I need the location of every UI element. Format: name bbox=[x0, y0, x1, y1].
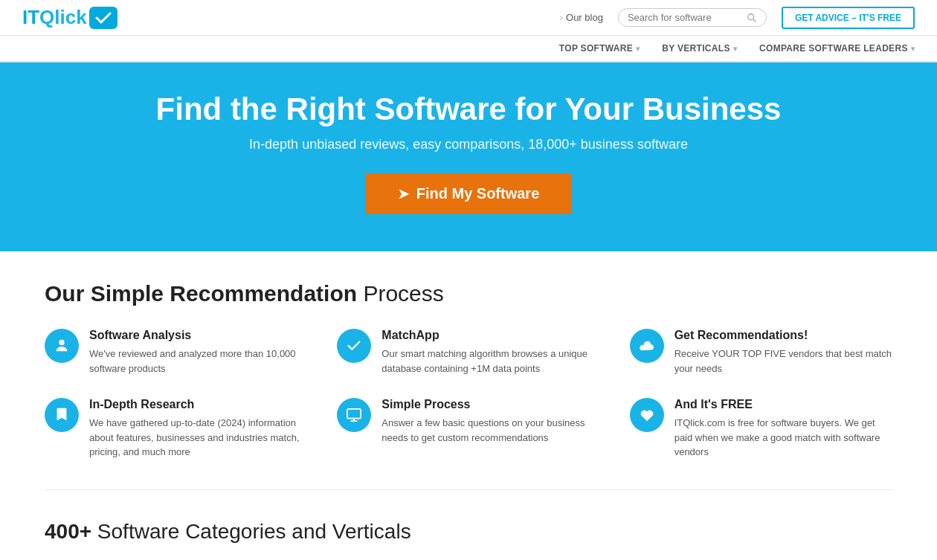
blog-link[interactable]: Our blog bbox=[560, 12, 603, 23]
svg-rect-3 bbox=[347, 409, 361, 419]
bookmark-icon bbox=[45, 398, 79, 432]
feature-desc: We've reviewed and analyzed more than 10… bbox=[89, 347, 307, 376]
svg-point-2 bbox=[59, 340, 64, 345]
nav-item-compare-software[interactable]: COMPARE SOFTWARE LEADERS ▾ bbox=[759, 43, 915, 54]
categories-title: 400+ Software Categories and Verticals bbox=[45, 520, 892, 544]
logo-icon bbox=[89, 7, 117, 29]
features-grid: Software Analysis We've reviewed and ana… bbox=[45, 329, 892, 460]
section-divider bbox=[45, 489, 892, 490]
feature-simple-process: Simple Process Answer a few basic questi… bbox=[337, 398, 599, 460]
feature-title: In-Depth Research bbox=[89, 398, 307, 411]
arrow-icon: ➤ bbox=[398, 186, 409, 202]
logo-qlick: Qlick bbox=[39, 6, 87, 28]
hero-title: Find the Right Software for Your Busines… bbox=[22, 92, 915, 126]
feature-title: And It's FREE bbox=[674, 398, 892, 411]
feature-its-free: And It's FREE ITQlick.com is free for so… bbox=[630, 398, 892, 460]
logo-it: IT bbox=[22, 6, 39, 28]
feature-in-depth-research: In-Depth Research We have gathered up-to… bbox=[45, 398, 307, 460]
hero-section: Find the Right Software for Your Busines… bbox=[0, 62, 937, 251]
feature-title: Software Analysis bbox=[89, 329, 307, 342]
chevron-down-icon: ▾ bbox=[911, 45, 915, 53]
feature-desc: Answer a few basic questions on your bus… bbox=[381, 416, 599, 445]
chevron-down-icon: ▾ bbox=[733, 45, 737, 53]
header: ITQlick Our blog GET ADVICE – IT'S FREE bbox=[0, 0, 937, 36]
chevron-down-icon: ▾ bbox=[636, 45, 640, 53]
feature-matchapp: MatchApp Our smart matching algorithm br… bbox=[337, 329, 599, 376]
check-icon bbox=[337, 329, 371, 363]
feature-get-recommendations: Get Recommendations! Receive YOUR TOP FI… bbox=[630, 329, 892, 376]
feature-title: MatchApp bbox=[381, 329, 599, 342]
person-icon bbox=[45, 329, 79, 363]
main-nav: TOP SOFTWARE ▾ BY VERTICALS ▾ COMPARE SO… bbox=[0, 36, 937, 62]
feature-software-analysis: Software Analysis We've reviewed and ana… bbox=[45, 329, 307, 376]
hero-subtitle: In-depth unbiased reviews, easy comparis… bbox=[22, 137, 915, 152]
nav-item-by-verticals[interactable]: BY VERTICALS ▾ bbox=[662, 43, 737, 54]
feature-title: Get Recommendations! bbox=[674, 329, 892, 342]
find-software-button[interactable]: ➤ Find My Software bbox=[365, 173, 573, 214]
categories-section: 400+ Software Categories and Verticals A… bbox=[0, 498, 937, 560]
recommendation-section: Our Simple Recommendation Process Softwa… bbox=[0, 251, 937, 482]
svg-line-1 bbox=[753, 19, 756, 22]
logo[interactable]: ITQlick bbox=[22, 6, 117, 29]
feature-desc: ITQlick.com is free for software buyers.… bbox=[674, 416, 892, 460]
feature-title: Simple Process bbox=[381, 398, 599, 411]
advice-button[interactable]: GET ADVICE – IT'S FREE bbox=[782, 7, 915, 29]
feature-desc: Receive YOUR TOP FIVE vendors that best … bbox=[674, 347, 892, 376]
monitor-icon bbox=[337, 398, 371, 432]
logo-text: ITQlick bbox=[22, 6, 87, 29]
feature-desc: Our smart matching algorithm browses a u… bbox=[381, 347, 599, 376]
recommendation-title: Our Simple Recommendation Process bbox=[45, 281, 892, 306]
cloud-icon bbox=[630, 329, 664, 363]
search-box bbox=[618, 8, 767, 27]
feature-desc: We have gathered up-to-date (2024) infor… bbox=[89, 416, 307, 460]
search-icon bbox=[747, 13, 757, 23]
search-input[interactable] bbox=[628, 12, 747, 23]
heart-icon bbox=[630, 398, 664, 432]
nav-item-top-software[interactable]: TOP SOFTWARE ▾ bbox=[559, 43, 640, 54]
header-right: Our blog GET ADVICE – IT'S FREE bbox=[560, 7, 915, 29]
